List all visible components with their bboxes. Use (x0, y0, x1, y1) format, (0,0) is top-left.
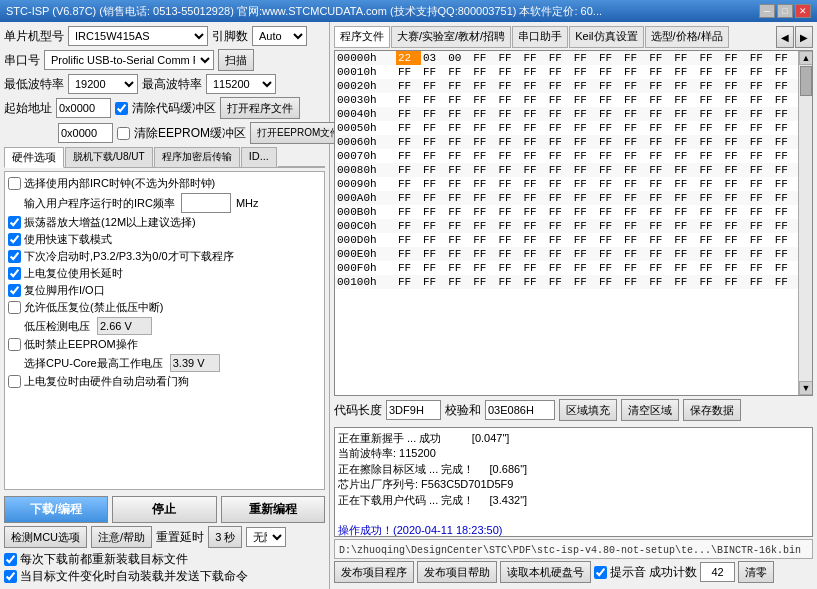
wdt-checkbox[interactable] (8, 375, 21, 388)
hw-option-wdt: 上电复位时由硬件自动启动看门狗 (8, 373, 321, 390)
hex-addr-cell: 000D0h (335, 233, 396, 247)
table-row: 00060hFFFFFFFFFFFFFFFFFFFFFFFFFFFFFFFF (335, 135, 798, 149)
hex-byte-cell: FF (597, 65, 622, 79)
tab-selection[interactable]: 选型/价格/样品 (645, 26, 729, 48)
hex-byte-cell: FF (421, 149, 446, 163)
sound-checkbox[interactable] (594, 566, 607, 579)
tab-id[interactable]: ID... (241, 147, 277, 167)
hex-byte-cell: FF (622, 135, 647, 149)
help-button[interactable]: 注意/帮助 (91, 526, 152, 548)
pins-select[interactable]: Auto (252, 26, 307, 46)
maximize-button[interactable]: □ (777, 4, 793, 18)
clear-code-checkbox[interactable] (115, 102, 128, 115)
hex-addr-cell: 00080h (335, 163, 396, 177)
hex-byte-cell: FF (421, 275, 446, 289)
longdelay-checkbox[interactable] (8, 267, 21, 280)
hex-byte-cell: FF (748, 191, 773, 205)
stop-button[interactable]: 停止 (112, 496, 216, 523)
hex-byte-cell: FF (647, 65, 672, 79)
eeprom-disable-checkbox[interactable] (8, 338, 21, 351)
hex-byte-cell: FF (697, 275, 722, 289)
tab-encrypt[interactable]: 程序加密后传输 (154, 147, 240, 167)
hex-byte-cell: FF (396, 247, 421, 261)
fastdl-checkbox[interactable] (8, 233, 21, 246)
clear-count-button[interactable]: 清零 (738, 561, 774, 583)
hw-options-panel: 选择使用内部IRC时钟(不选为外部时钟) 输入用户程序运行时的IRC频率 MHz… (4, 171, 325, 490)
hex-byte-cell: FF (396, 275, 421, 289)
lvvoltage-label: 低压检测电压 (24, 319, 90, 334)
hex-byte-cell: FF (396, 261, 421, 275)
publish-help-button[interactable]: 发布项目帮助 (417, 561, 497, 583)
hex-byte-cell: FF (547, 107, 572, 121)
tab-keil[interactable]: Keil仿真设置 (569, 26, 643, 48)
hex-byte-cell: FF (446, 247, 471, 261)
tab-competition[interactable]: 大赛/实验室/教材/招聘 (391, 26, 511, 48)
eeprom-addr-input[interactable]: 0x0000 (58, 123, 113, 143)
hex-byte-cell: FF (723, 163, 748, 177)
detect-mcu-button[interactable]: 检测MCU选项 (4, 526, 87, 548)
delay-value-button[interactable]: 3 秒 (208, 526, 242, 548)
clear-area-button[interactable]: 清空区域 (621, 399, 679, 421)
scroll-thumb[interactable] (800, 66, 812, 96)
port-select[interactable]: Prolific USB-to-Serial Comm P... (44, 50, 214, 70)
scan-button[interactable]: 扫描 (218, 49, 254, 71)
corevoltage-input[interactable] (170, 354, 220, 372)
scroll-right-button[interactable]: ▶ (795, 26, 813, 48)
fill-button[interactable]: 区域填充 (559, 399, 617, 421)
download-button[interactable]: 下载/编程 (4, 496, 108, 523)
reload-checkbox[interactable] (4, 553, 17, 566)
lvvoltage-input[interactable] (97, 317, 152, 335)
hex-byte-cell: FF (446, 163, 471, 177)
success-count-input[interactable] (700, 562, 735, 582)
hex-byte-cell: FF (522, 135, 547, 149)
tab-hardware[interactable]: 硬件选项 (4, 147, 64, 168)
autoload-checkbox[interactable] (4, 570, 17, 583)
hex-byte-cell: FF (446, 93, 471, 107)
hex-byte-cell: FF (572, 177, 597, 191)
lvr-checkbox[interactable] (8, 301, 21, 314)
tab-serial[interactable]: 串口助手 (512, 26, 568, 48)
autoload-checkbox-row: 当目标文件变化时自动装载并发送下载命令 (4, 568, 325, 585)
reprogram-button[interactable]: 重新编程 (221, 496, 325, 523)
max-baud-select[interactable]: 115200 (206, 74, 276, 94)
mcu-select[interactable]: IRC15W415AS (68, 26, 208, 46)
hex-byte-cell: FF (622, 191, 647, 205)
repeat-count-select[interactable]: 无限 (246, 527, 286, 547)
hex-byte-cell: FF (672, 205, 697, 219)
hex-byte-cell: FF (748, 233, 773, 247)
publish-program-button[interactable]: 发布项目程序 (334, 561, 414, 583)
osc-checkbox[interactable] (8, 216, 21, 229)
scroll-left-button[interactable]: ◀ (776, 26, 794, 48)
hex-byte-cell: FF (446, 149, 471, 163)
code-len-input[interactable] (386, 400, 441, 420)
resetio-checkbox[interactable] (8, 284, 21, 297)
hex-byte-cell: FF (496, 205, 521, 219)
hw-option-resetio: 复位脚用作I/O口 (8, 282, 321, 299)
tab-program-file[interactable]: 程序文件 (334, 26, 390, 48)
scroll-up-arrow[interactable]: ▲ (799, 51, 813, 65)
checksum-input[interactable] (485, 400, 555, 420)
hex-byte-cell: FF (572, 219, 597, 233)
hex-byte-cell: FF (773, 247, 798, 261)
coldboot-checkbox[interactable] (8, 250, 21, 263)
freq-input[interactable] (181, 193, 231, 213)
status-line-6 (338, 508, 809, 523)
title-bar: STC-ISP (V6.87C) (销售电话: 0513-55012928) 官… (0, 0, 817, 22)
close-button[interactable]: ✕ (795, 4, 811, 18)
min-baud-select[interactable]: 19200 (68, 74, 138, 94)
hex-area[interactable]: 00000h220300FFFFFFFFFFFFFFFFFFFFFFFFFF00… (335, 51, 798, 395)
save-data-button[interactable]: 保存数据 (683, 399, 741, 421)
scroll-down-arrow[interactable]: ▼ (799, 381, 813, 395)
irc-checkbox[interactable] (8, 177, 21, 190)
hex-byte-cell: FF (672, 149, 697, 163)
read-disk-button[interactable]: 读取本机硬盘号 (500, 561, 591, 583)
clear-eeprom-checkbox[interactable] (117, 127, 130, 140)
tab-offline[interactable]: 脱机下载/U8/UT (65, 147, 153, 167)
hex-byte-cell: FF (647, 177, 672, 191)
open-file-button[interactable]: 打开程序文件 (220, 97, 300, 119)
minimize-button[interactable]: ─ (759, 4, 775, 18)
hex-byte-cell: FF (421, 65, 446, 79)
start-addr-input[interactable]: 0x0000 (56, 98, 111, 118)
hex-byte-cell: FF (396, 219, 421, 233)
hex-byte-cell: FF (748, 121, 773, 135)
